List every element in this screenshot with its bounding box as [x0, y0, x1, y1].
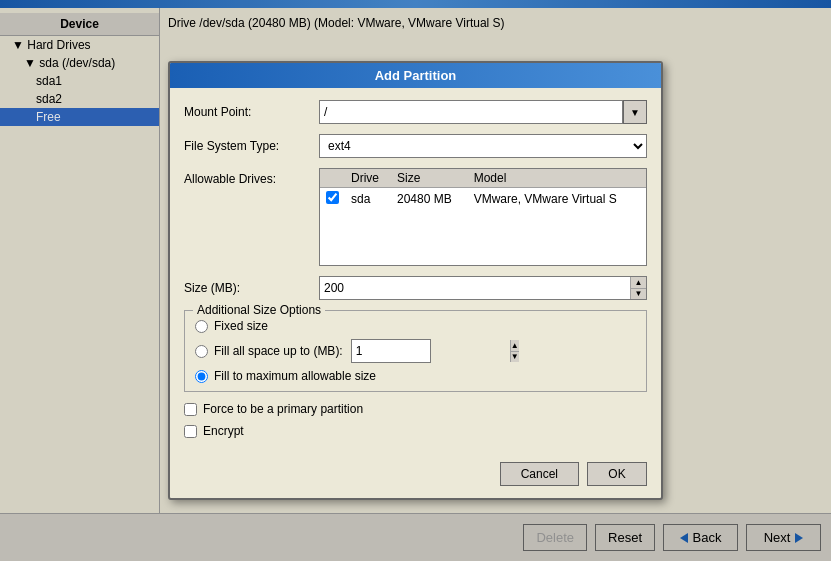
filesystem-type-control: ext4 ext3 ext2 xfs vfat swap	[319, 134, 647, 158]
filesystem-type-row: File System Type: ext4 ext3 ext2 xfs vfa…	[184, 134, 647, 158]
fill-up-to-spinner: ▲ ▼	[351, 339, 431, 363]
encrypt-label: Encrypt	[203, 424, 244, 438]
dialog-footer: Cancel OK	[170, 458, 661, 498]
encrypt-checkbox[interactable]	[184, 425, 197, 438]
ok-button[interactable]: OK	[587, 462, 647, 486]
size-spinner-up[interactable]: ▲	[631, 277, 646, 289]
drives-table: Drive Size Model	[320, 169, 646, 210]
encrypt-row: Encrypt	[184, 424, 647, 438]
fill-spinner-up[interactable]: ▲	[511, 340, 519, 352]
size-mb-label: Size (MB):	[184, 281, 319, 295]
drives-table-container: Drive Size Model	[319, 168, 647, 266]
allowable-drives-control: Drive Size Model	[319, 168, 647, 266]
fixed-size-row: Fixed size	[195, 319, 636, 333]
table-row: sda 20480 MB VMware, VMware Virtual S	[320, 188, 646, 211]
fill-spinner-down[interactable]: ▼	[511, 352, 519, 363]
fill-up-to-label: Fill all space up to (MB):	[214, 344, 343, 358]
force-primary-label: Force to be a primary partition	[203, 402, 363, 416]
fixed-size-radio[interactable]	[195, 320, 208, 333]
additional-size-group: Additional Size Options Fixed size Fill …	[184, 310, 647, 392]
col-drive: Drive	[345, 169, 391, 188]
cancel-button[interactable]: Cancel	[500, 462, 579, 486]
mount-point-dropdown-btn[interactable]: ▼	[623, 100, 647, 124]
force-primary-checkbox[interactable]	[184, 403, 197, 416]
size-mb-control: ▲ ▼	[319, 276, 647, 300]
fill-up-to-radio[interactable]	[195, 345, 208, 358]
drive-checkbox[interactable]	[326, 191, 339, 204]
row-model-cell: VMware, VMware Virtual S	[468, 188, 646, 211]
force-primary-row: Force to be a primary partition	[184, 402, 647, 416]
dialog-body: Mount Point: ▼ File System Type: ext4 ex…	[170, 88, 661, 458]
fill-up-to-row: Fill all space up to (MB): ▲ ▼	[195, 339, 636, 363]
col-size: Size	[391, 169, 468, 188]
size-mb-row: Size (MB): ▲ ▼	[184, 276, 647, 300]
fill-max-row: Fill to maximum allowable size	[195, 369, 636, 383]
row-size-cell: 20480 MB	[391, 188, 468, 211]
size-spinner-down[interactable]: ▼	[631, 289, 646, 300]
size-spinner: ▲ ▼	[319, 276, 647, 300]
dialog-titlebar: Add Partition	[170, 63, 661, 88]
fill-spinner-buttons: ▲ ▼	[510, 340, 519, 362]
fill-up-to-input[interactable]	[352, 340, 510, 362]
filesystem-type-label: File System Type:	[184, 139, 319, 153]
allowable-drives-label: Allowable Drives:	[184, 168, 319, 186]
fixed-size-label: Fixed size	[214, 319, 268, 333]
add-partition-dialog: Add Partition Mount Point: ▼ File System…	[168, 61, 663, 500]
fill-max-radio[interactable]	[195, 370, 208, 383]
size-input[interactable]	[320, 277, 630, 299]
mount-point-label: Mount Point:	[184, 105, 319, 119]
fill-max-label: Fill to maximum allowable size	[214, 369, 376, 383]
col-radio	[320, 169, 345, 188]
filesystem-select[interactable]: ext4 ext3 ext2 xfs vfat swap	[319, 134, 647, 158]
filesystem-combo[interactable]: ext4 ext3 ext2 xfs vfat swap	[319, 134, 647, 158]
col-model: Model	[468, 169, 646, 188]
row-checkbox-cell	[320, 188, 345, 211]
mount-point-control: ▼	[319, 100, 647, 124]
allowable-drives-row: Allowable Drives: Drive Size Model	[184, 168, 647, 266]
additional-size-title: Additional Size Options	[193, 303, 325, 317]
size-spinner-buttons: ▲ ▼	[630, 277, 646, 299]
mount-point-input[interactable]	[319, 100, 623, 124]
main-window: Device ▼ Hard Drives ▼ sda (/dev/sda) sd…	[0, 0, 831, 561]
row-drive-cell: sda	[345, 188, 391, 211]
modal-backdrop: Add Partition Mount Point: ▼ File System…	[0, 0, 831, 561]
mount-point-row: Mount Point: ▼	[184, 100, 647, 124]
drives-empty-space	[320, 210, 646, 265]
